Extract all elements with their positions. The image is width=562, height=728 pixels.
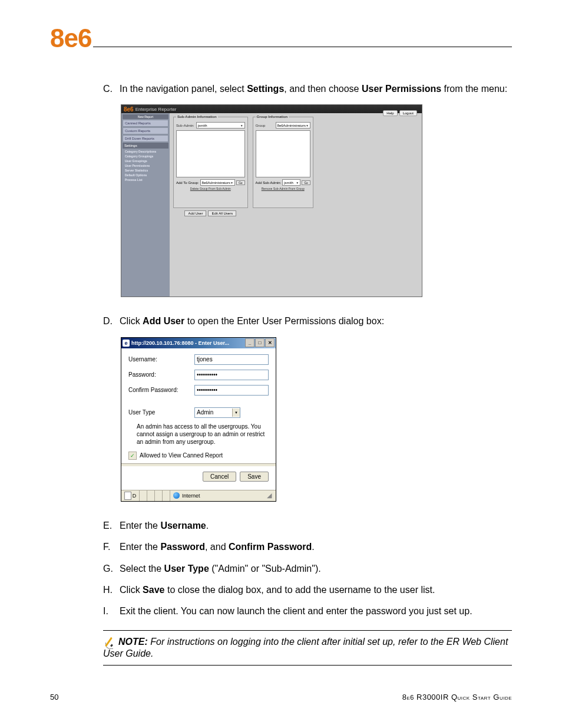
minimize-button[interactable]: _ bbox=[245, 338, 254, 347]
sub-admin-label: Sub-Admin bbox=[176, 124, 196, 127]
step-letter: C. bbox=[103, 83, 120, 95]
delete-group-link[interactable]: Delete Group From Sub-Admin bbox=[176, 187, 245, 190]
step-e: E. Enter the Username. bbox=[103, 519, 512, 532]
step-letter: H. bbox=[103, 584, 120, 597]
chevron-down-icon: ▼ bbox=[240, 124, 243, 127]
step-letter: E. bbox=[103, 519, 120, 532]
nav-drill-down-reports[interactable]: Drill Down Reports bbox=[123, 135, 168, 142]
settings-submenu: Category Descriptions Category Groupings… bbox=[123, 149, 168, 182]
step-h: H. Click Save to close the dialog box, a… bbox=[103, 584, 512, 597]
allowed-canned-checkbox[interactable]: ✓ bbox=[128, 452, 137, 460]
submenu-user-permissions[interactable]: User Permissions bbox=[125, 163, 168, 168]
submenu-process-list[interactable]: Process List bbox=[125, 177, 168, 182]
close-button[interactable]: ✕ bbox=[265, 338, 275, 347]
panel-title: Group Information bbox=[256, 115, 289, 118]
resize-grip-icon[interactable]: ◢ bbox=[267, 492, 273, 499]
help-button[interactable]: Help bbox=[383, 110, 397, 116]
submenu-default-options[interactable]: Default Options bbox=[125, 173, 168, 177]
footer-title: 8e6 R3000IR Quick Start Guide bbox=[402, 693, 512, 701]
group-label: Group bbox=[256, 124, 276, 127]
step-content: In the navigation panel, select Settings… bbox=[120, 83, 512, 95]
nav-sidebar: New Report Canned Reports Custom Reports… bbox=[121, 113, 170, 297]
add-sub-admin-select[interactable]: jsmith ▼ bbox=[282, 179, 300, 186]
app-title: Enterprise Reporter bbox=[135, 107, 177, 112]
chevron-down-icon: ▼ bbox=[232, 409, 240, 417]
note-text: For instructions on logging into the cli… bbox=[103, 637, 508, 658]
nav-settings[interactable]: Settings bbox=[123, 143, 168, 149]
ie-icon: e bbox=[123, 340, 130, 347]
add-to-group-label: Add To Group: bbox=[176, 181, 199, 185]
page-footer: 50 8e6 R3000IR Quick Start Guide bbox=[50, 693, 512, 701]
nav-custom-reports[interactable]: Custom Reports bbox=[123, 127, 168, 134]
step-letter: F. bbox=[103, 541, 120, 554]
screenshot-enter-user-dialog: e http://200.10.101.76:8080 - Enter User… bbox=[121, 337, 512, 502]
sub-admin-select[interactable]: jsmith ▼ bbox=[196, 122, 245, 129]
sidebar-header[interactable]: New Report bbox=[123, 114, 168, 119]
go-button[interactable]: Go bbox=[236, 180, 245, 185]
document-icon bbox=[124, 492, 131, 500]
step-letter: G. bbox=[103, 562, 120, 575]
group-listbox[interactable] bbox=[256, 130, 310, 177]
logout-button[interactable]: Logout bbox=[399, 110, 417, 116]
step-c: C. In the navigation panel, select Setti… bbox=[103, 83, 512, 95]
note-label: NOTE: bbox=[118, 637, 148, 647]
password-label: Password: bbox=[128, 371, 194, 378]
user-type-select[interactable]: Admin ▼ bbox=[194, 407, 240, 418]
app-logo: 8e6 bbox=[124, 106, 134, 113]
nav-canned-reports[interactable]: Canned Reports bbox=[123, 120, 168, 127]
add-sub-admin-label: Add Sub-Admin: bbox=[256, 181, 282, 185]
internet-zone-icon bbox=[173, 492, 180, 499]
add-user-button[interactable]: Add User bbox=[184, 210, 206, 216]
remove-sub-admin-link[interactable]: Remove Sub-Admin From Group bbox=[256, 187, 310, 190]
go-button[interactable]: Go bbox=[302, 180, 310, 185]
step-g: G. Select the User Type ("Admin" or "Sub… bbox=[103, 562, 512, 575]
edit-all-users-button[interactable]: Edit All Users bbox=[208, 210, 236, 216]
username-input[interactable]: tjones bbox=[194, 354, 269, 365]
status-bar: D Internet ◢ bbox=[121, 490, 276, 501]
submenu-category-descriptions[interactable]: Category Descriptions bbox=[125, 149, 168, 154]
confirm-password-label: Confirm Password: bbox=[128, 387, 194, 393]
add-to-group-select[interactable]: 8e6Administrators ▼ bbox=[200, 179, 235, 186]
note-box: NOTE: For instructions on logging into t… bbox=[103, 630, 512, 666]
checkbox-label: Allowed to View Canned Report bbox=[140, 452, 223, 459]
logo-text: 8e6 bbox=[50, 24, 91, 53]
divider bbox=[121, 463, 276, 467]
step-content: Click Add User to open the Enter User Pe… bbox=[120, 315, 512, 328]
app-titlebar: 8e6 Enterprise Reporter bbox=[121, 105, 422, 113]
cancel-button[interactable]: Cancel bbox=[203, 472, 236, 482]
sub-admin-panel: Sub-Admin Information Sub-Admin jsmith ▼ bbox=[173, 117, 248, 208]
dialog-titlebar: e http://200.10.101.76:8080 - Enter User… bbox=[121, 338, 276, 348]
screenshot-enterprise-reporter: 8e6 Enterprise Reporter Help Logout New … bbox=[121, 104, 512, 297]
group-info-panel: Group Information Group 8e6Administrator… bbox=[253, 117, 313, 208]
submenu-category-groupings[interactable]: Category Groupings bbox=[125, 154, 168, 159]
main-panel: Sub-Admin Information Sub-Admin jsmith ▼ bbox=[170, 113, 422, 297]
user-type-description: An admin has access to all the usergroup… bbox=[137, 423, 269, 446]
step-d: D. Click Add User to open the Enter User… bbox=[103, 315, 512, 328]
confirm-password-input[interactable]: •••••••••• bbox=[194, 385, 269, 396]
note-icon bbox=[103, 637, 116, 648]
panel-title: Sub-Admin Information bbox=[176, 115, 218, 118]
username-label: Username: bbox=[128, 356, 194, 363]
submenu-user-groupings[interactable]: User Groupings bbox=[125, 159, 168, 163]
status-left: D bbox=[121, 490, 140, 501]
step-letter: D. bbox=[103, 315, 120, 328]
allowed-canned-report-row: ✓ Allowed to View Canned Report bbox=[128, 452, 269, 460]
dialog-title: http://200.10.101.76:8080 - Enter User..… bbox=[131, 340, 229, 346]
chevron-down-icon: ▼ bbox=[230, 181, 233, 185]
chevron-down-icon: ▼ bbox=[296, 181, 299, 185]
step-f: F. Enter the Password, and Confirm Passw… bbox=[103, 541, 512, 554]
maximize-button[interactable]: □ bbox=[255, 338, 265, 347]
chevron-down-icon: ▼ bbox=[306, 124, 309, 127]
step-letter: I. bbox=[103, 605, 120, 618]
password-input[interactable]: •••••••••• bbox=[194, 370, 269, 380]
sub-admin-listbox[interactable] bbox=[176, 130, 245, 177]
user-type-label: User Type bbox=[128, 409, 194, 416]
page-header: 8e6 bbox=[50, 24, 512, 53]
status-right: Internet ◢ bbox=[170, 492, 276, 499]
header-rule bbox=[93, 47, 512, 47]
submenu-server-statistics[interactable]: Server Statistics bbox=[125, 168, 168, 173]
page-number: 50 bbox=[50, 693, 58, 701]
step-i: I. Exit the client. You can now launch t… bbox=[103, 605, 512, 618]
save-button[interactable]: Save bbox=[240, 472, 269, 482]
group-select[interactable]: 8e6Administrators ▼ bbox=[276, 122, 310, 129]
